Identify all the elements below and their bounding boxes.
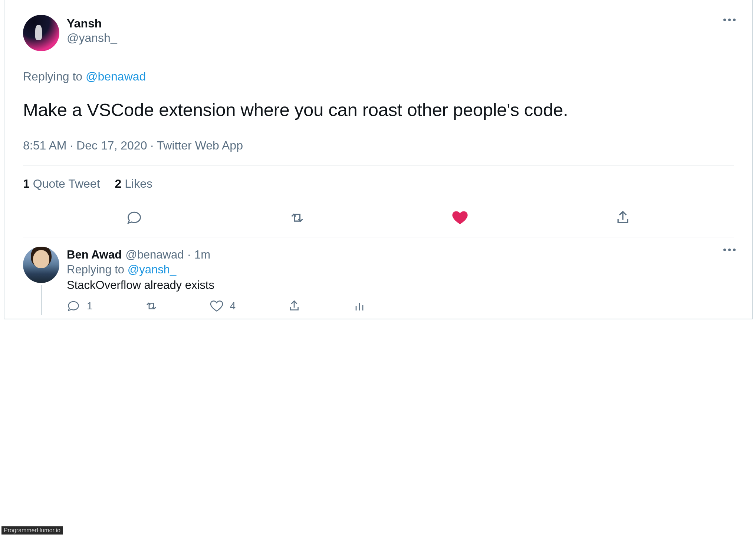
user-names[interactable]: Yansh @yansh_ (67, 15, 117, 46)
reply-more-button[interactable] (723, 249, 736, 251)
reply-retweet-button[interactable] (145, 299, 158, 313)
heart-icon (210, 299, 223, 313)
replying-mention[interactable]: @benawad (86, 70, 146, 83)
share-button[interactable] (615, 210, 631, 226)
reply-tweet[interactable]: Ben Awad @benawad · 1m Replying to @yans… (4, 237, 752, 319)
reply-header: Ben Awad @benawad · 1m (67, 248, 734, 262)
reply-age[interactable]: 1m (194, 248, 210, 262)
tweet-stats: 1 Quote Tweet 2 Likes (23, 166, 734, 202)
reply-mention[interactable]: @yansh_ (128, 263, 176, 276)
reply-text: StackOverflow already exists (67, 279, 734, 292)
reply-icon (126, 210, 142, 226)
reply-icon (67, 299, 80, 313)
share-icon (287, 299, 301, 313)
reply-share-button[interactable] (287, 299, 301, 313)
replying-to: Replying to @benawad (23, 70, 734, 83)
quote-label: Quote Tweet (30, 177, 100, 190)
reply-analytics-button[interactable] (353, 299, 366, 313)
share-icon (615, 210, 631, 226)
like-label: Likes (121, 177, 152, 190)
tweet-source[interactable]: Twitter Web App (157, 139, 243, 152)
reply-reply-button[interactable]: 1 (67, 299, 93, 313)
tweet-text: Make a VSCode extension where you can ro… (23, 98, 734, 122)
heart-icon (452, 210, 468, 226)
main-tweet: Yansh @yansh_ Replying to @benawad Make … (4, 11, 752, 237)
reply-reply-count: 1 (87, 300, 93, 312)
retweet-button[interactable] (289, 210, 305, 226)
retweet-icon (145, 299, 158, 313)
more-icon (723, 249, 736, 251)
reply-avatar-column (23, 247, 59, 315)
retweet-icon (289, 210, 305, 226)
user-handle: @yansh_ (67, 30, 117, 46)
like-count: 2 (115, 177, 122, 190)
tweet-date[interactable]: Dec 17, 2020 (76, 139, 147, 152)
tweet-header: Yansh @yansh_ (23, 15, 734, 51)
tweet-meta: 8:51 AM · Dec 17, 2020 · Twitter Web App (23, 139, 734, 166)
reply-replying-prefix: Replying to (67, 263, 128, 276)
reply-like-button[interactable]: 4 (210, 299, 236, 313)
quote-count: 1 (23, 177, 30, 190)
reply-handle[interactable]: @benawad (125, 248, 184, 262)
reply-button[interactable] (126, 210, 142, 226)
quote-tweets-stat[interactable]: 1 Quote Tweet (23, 177, 100, 191)
reply-body: Ben Awad @benawad · 1m Replying to @yans… (67, 247, 734, 315)
more-icon (723, 19, 736, 21)
reply-display-name[interactable]: Ben Awad (67, 248, 122, 262)
reply-actions: 1 4 (67, 299, 734, 313)
tweet-card: Yansh @yansh_ Replying to @benawad Make … (4, 0, 753, 319)
tweet-time[interactable]: 8:51 AM (23, 139, 66, 152)
avatar[interactable] (23, 247, 59, 283)
thread-line (41, 285, 42, 315)
replying-prefix: Replying to (23, 70, 86, 83)
reply-like-count: 4 (230, 300, 236, 312)
watermark: ProgrammerHumor.io (1, 526, 63, 535)
avatar[interactable] (23, 15, 59, 51)
like-button[interactable] (452, 210, 468, 226)
likes-stat[interactable]: 2 Likes (115, 177, 152, 191)
display-name: Yansh (67, 16, 117, 30)
analytics-icon (353, 299, 366, 313)
action-row (23, 202, 734, 237)
reply-replying-to: Replying to @yansh_ (67, 263, 734, 276)
more-button[interactable] (723, 19, 736, 21)
